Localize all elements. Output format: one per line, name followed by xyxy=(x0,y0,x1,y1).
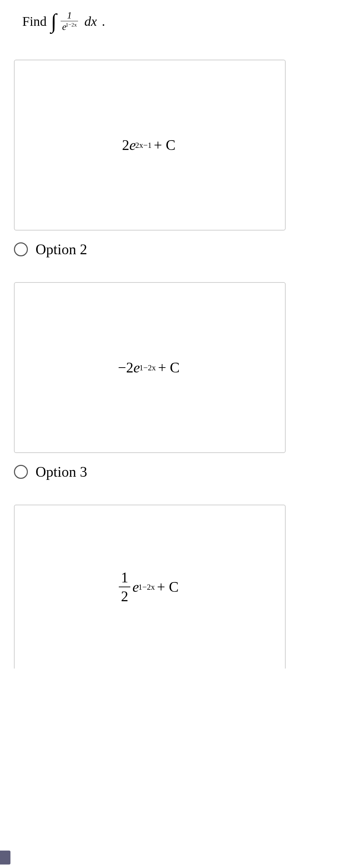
radio-icon[interactable] xyxy=(14,242,28,256)
option-box: 2e2x−1 + C xyxy=(14,60,286,231)
fraction-numerator: 1 xyxy=(65,10,73,21)
radio-icon[interactable] xyxy=(14,465,28,479)
option-box: −2e1−2x + C xyxy=(14,282,286,453)
option-group: 2e2x−1 + C Option 2 xyxy=(14,60,349,258)
integral-expression: ∫ 1 e1−2x dx . xyxy=(51,10,105,32)
option-radio-row[interactable]: Option 2 xyxy=(14,241,349,258)
question-prompt: Find ∫ 1 e1−2x dx . xyxy=(14,10,349,32)
integral-sign: ∫ xyxy=(51,11,56,32)
fraction-denominator: e1−2x xyxy=(61,21,78,32)
period: . xyxy=(102,14,105,29)
dx-text: dx xyxy=(84,14,97,29)
option-group: −2e1−2x + C Option 3 xyxy=(14,282,349,480)
option-box: 1 2 e1−2x + C xyxy=(14,505,286,669)
option-expression: 1 2 e1−2x + C xyxy=(119,569,181,604)
option-expression: −2e1−2x + C xyxy=(118,359,182,376)
option-label: Option 3 xyxy=(36,463,87,480)
prompt-text: Find xyxy=(22,14,47,29)
option-label: Option 2 xyxy=(36,241,87,258)
fraction: 1 2 xyxy=(119,569,130,604)
option-expression: 2e2x−1 + C xyxy=(122,137,178,153)
option-group: 1 2 e1−2x + C xyxy=(14,505,349,669)
option-radio-row[interactable]: Option 3 xyxy=(14,463,349,480)
integrand-fraction: 1 e1−2x xyxy=(61,10,78,32)
